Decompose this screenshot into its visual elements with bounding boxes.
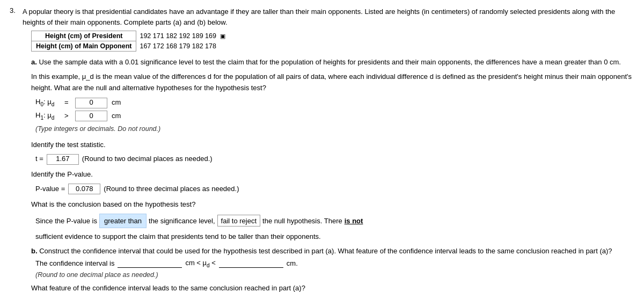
- h0-row: H0: μd = 0 cm: [35, 97, 634, 109]
- ci-text: The confidence interval is: [35, 259, 114, 267]
- table-row-opponents: Height (cm) of Main Opponent 167 172 168…: [32, 41, 230, 52]
- t-label: t =: [35, 154, 43, 165]
- pval-label: P-value =: [35, 184, 65, 195]
- conclusion-since: Since the P-value is: [35, 215, 97, 227]
- opponent-label: Height (cm) of Main Opponent: [32, 41, 136, 52]
- h0-unit: cm: [112, 97, 121, 108]
- ci-blank2-input[interactable]: [219, 258, 283, 268]
- h1-value-input[interactable]: 0: [75, 111, 107, 121]
- part-b-text: b. Construct the confidence interval tha…: [31, 247, 634, 255]
- conclusion-text3: sufficient evidence to support the claim…: [35, 230, 321, 243]
- h1-unit: cm: [112, 111, 121, 122]
- problem-intro: A popular theory is that presidential ca…: [23, 6, 634, 27]
- h0-value-input[interactable]: 0: [75, 98, 107, 108]
- part-a-label: a.: [31, 58, 37, 66]
- conclusion-is-not: is not: [345, 215, 363, 227]
- part-a-text: a. Use the sample data with a 0.01 signi…: [31, 57, 634, 68]
- pval-row: P-value = 0.078 (Round to three decimal …: [35, 184, 634, 195]
- problem-number: 3.: [10, 6, 18, 292]
- t-note: (Round to two decimal places as needed.): [82, 154, 213, 165]
- t-value-input[interactable]: 1.67: [47, 154, 79, 165]
- h0-label: H0: μd: [35, 97, 62, 109]
- ci-unit: cm.: [287, 259, 298, 267]
- opponent-values: 167 172 168 179 182 178: [136, 41, 230, 52]
- identify-stat-label: Identify the test statistic.: [31, 140, 634, 151]
- president-label: Height (cm) of President: [32, 31, 136, 41]
- table-row-presidents: Height (cm) of President 192 171 182 192…: [32, 31, 230, 41]
- identify-pval-label: Identify the P-value.: [31, 169, 634, 180]
- ci-blank1-input[interactable]: [118, 258, 182, 268]
- part-a-description: Use the sample data with a 0.01 signific…: [39, 58, 620, 66]
- h1-label: H1: μd: [35, 110, 62, 122]
- part-b-label: b.: [31, 247, 38, 255]
- part-b-description: Construct the confidence interval that c…: [39, 247, 612, 255]
- ci-note: (Round to one decimal place as needed.): [35, 271, 634, 279]
- problem-container: 3. A popular theory is that presidential…: [10, 6, 634, 292]
- ci-row: The confidence interval is cm < μd < cm.: [35, 258, 634, 268]
- conclusion-prompt: What is the conclusion based on the hypo…: [31, 199, 634, 210]
- t-stat-row: t = 1.67 (Round to two decimal places as…: [35, 154, 634, 165]
- conclusion-dropdown-2[interactable]: fail to reject: [217, 215, 260, 227]
- table-icon[interactable]: ▣: [220, 33, 225, 39]
- data-table: Height (cm) of President 192 171 182 192…: [31, 31, 230, 52]
- conclusion-dropdown-1[interactable]: greater than: [99, 214, 147, 228]
- pval-note: (Round to three decimal places as needed…: [104, 184, 239, 195]
- part-b-section: b. Construct the confidence interval tha…: [31, 247, 634, 292]
- conclusion-text1: the significance level,: [149, 215, 215, 227]
- part-a-section: a. Use the sample data with a 0.01 signi…: [31, 57, 634, 243]
- pval-input[interactable]: 0.078: [68, 184, 100, 194]
- h0-symbol: =: [64, 97, 73, 108]
- conclusion-text2: the null hypothesis. There: [262, 215, 342, 227]
- hypothesis-note: (Type integers or decimals. Do not round…: [35, 123, 634, 134]
- president-values: 192 171 182 192 189 169 ▣: [136, 31, 230, 41]
- h1-row: H1: μd > 0 cm: [35, 110, 634, 122]
- part-a-explanation: In this example, μ_d is the mean value o…: [31, 71, 634, 94]
- ci-mu-text: cm < μd <: [185, 259, 215, 268]
- feature-prompt: What feature of the confidence interval …: [31, 284, 634, 292]
- h1-symbol: >: [64, 111, 73, 122]
- conclusion-row: Since the P-value is greater than the si…: [35, 214, 634, 243]
